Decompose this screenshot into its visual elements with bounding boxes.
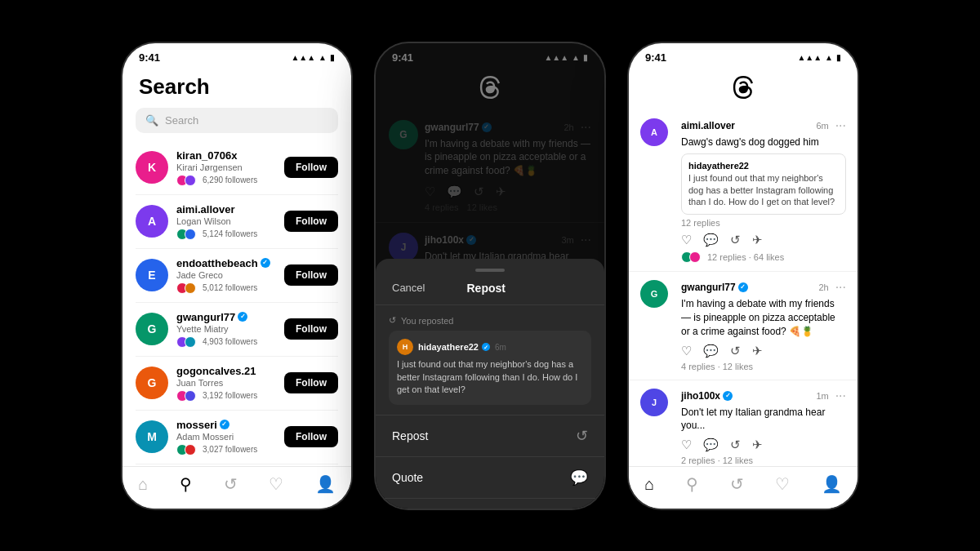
home-nav-icon[interactable]: ⌂ <box>644 475 654 494</box>
post-meta: jiho100x ✓ 1m ··· Don't let my Italian g… <box>681 389 846 466</box>
post-actions: ♡ 💬 ↺ ✈ <box>681 233 846 247</box>
share-icon[interactable]: ✈ <box>752 438 763 452</box>
post-stats: 2 replies · 12 likes <box>681 455 846 465</box>
followers-count: 6,290 followers <box>203 176 257 184</box>
username: aimi.allover <box>176 203 284 216</box>
status-icons-1: ▲▲▲ ▲ ▮ <box>291 53 335 62</box>
wifi-icon: ▲ <box>825 53 833 62</box>
post-meta: aimi.allover 6m ··· Dawg's dawg's dog do… <box>681 118 846 264</box>
user-item[interactable]: M mosseri ✓ Adam Mosseri 3,027 followers… <box>136 411 338 464</box>
stats-text: 12 replies · 64 likes <box>707 252 784 262</box>
followers-count: 3,027 followers <box>203 445 257 454</box>
post-username: jiho100x ✓ <box>681 390 733 402</box>
more-icon[interactable]: ··· <box>835 280 846 295</box>
share-icon[interactable]: ✈ <box>752 233 763 247</box>
repost-preview: ↺ You reposted H hidayathere22 ✓ 6m I ju… <box>376 305 604 415</box>
follow-button[interactable]: Follow <box>284 372 338 393</box>
repost-label: ↺ You reposted <box>389 315 591 326</box>
more-icon[interactable]: ··· <box>835 118 846 133</box>
home-nav-icon[interactable]: ⌂ <box>138 475 148 494</box>
user-meta: 5,012 followers <box>176 282 284 294</box>
reply-icon[interactable]: 💬 <box>703 233 719 247</box>
follow-button[interactable]: Follow <box>284 157 338 178</box>
search-box[interactable]: 🔍 Search <box>136 108 338 133</box>
user-item[interactable]: A aimi.allover Logan Wilson 5,124 follow… <box>136 195 338 249</box>
repost-icon[interactable]: ↺ <box>730 344 741 358</box>
post-username: gwangurl77 ✓ <box>681 282 748 293</box>
post-username: aimi.allover <box>681 120 735 131</box>
post-stats: 4 replies · 12 likes <box>681 362 846 371</box>
reply-icon[interactable]: 💬 <box>703 344 719 358</box>
cancel-button[interactable]: Cancel <box>392 282 425 295</box>
like-icon[interactable]: ♡ <box>681 344 692 358</box>
repost-time: 6m <box>495 343 506 352</box>
post-stats: 12 replies · 64 likes <box>681 251 846 263</box>
phone-threads-light: 9:41 ▲▲▲ ▲ ▮ A aimi.allover 6m <box>629 43 858 509</box>
follow-button[interactable]: Follow <box>284 264 338 286</box>
followers-count: 5,012 followers <box>203 283 257 292</box>
repost-icon[interactable]: ↺ <box>730 438 741 452</box>
quoted-post: hidayathere22 I just found out that my n… <box>681 153 846 215</box>
user-item[interactable]: G gwangurl77 ✓ Yvette Miatry 4,903 follo… <box>136 303 338 357</box>
wifi-icon: ▲ <box>318 53 327 62</box>
phone-search: 9:41 ▲▲▲ ▲ ▮ Search 🔍 Search K kiran_070… <box>122 43 351 509</box>
user-item[interactable]: G gogoncalves.21 Juan Torres 3,192 follo… <box>136 357 338 411</box>
profile-nav-icon[interactable]: 👤 <box>315 474 336 494</box>
repost-avatar: H <box>397 339 413 355</box>
repost-content: I just found out that my neighbor's dog … <box>397 358 583 396</box>
repost-icon[interactable]: ↺ <box>730 233 741 247</box>
quoted-username: hidayathere22 <box>688 161 839 171</box>
user-handle: Juan Torres <box>176 378 284 388</box>
follow-button[interactable]: Follow <box>284 211 338 232</box>
search-nav-icon[interactable]: ⚲ <box>180 474 192 494</box>
activity-nav-icon[interactable]: ↺ <box>224 474 238 494</box>
signal-icon: ▲▲▲ <box>797 53 822 62</box>
post-time: 2h <box>818 282 828 292</box>
user-handle: Jade Greco <box>176 270 284 280</box>
user-meta: 3,192 followers <box>176 390 284 402</box>
verified-badge: ✓ <box>723 391 733 401</box>
thread-feed-light: A aimi.allover 6m ··· Dawg's dawg's dog … <box>629 110 858 482</box>
bottom-sheet: Cancel Repost ↺ You reposted H hidayathe… <box>376 259 604 508</box>
share-icon[interactable]: ✈ <box>752 344 763 358</box>
follow-button[interactable]: Follow <box>284 426 338 447</box>
verified-badge: ✓ <box>238 312 247 322</box>
quote-action[interactable]: Quote 💬 <box>376 457 604 499</box>
bottom-nav: ⌂ ⚲ ↺ ♡ 👤 <box>122 466 351 509</box>
user-item[interactable]: K kiran_0706x Kirari Jørgensen 6,290 fol… <box>136 141 338 195</box>
thread-post[interactable]: G gwangurl77 ✓ 2h ··· I'm having a debat… <box>629 272 858 380</box>
verified-badge: ✓ <box>261 258 270 268</box>
user-item[interactable]: E endoatthebeach ✓ Jade Greco 5,012 foll… <box>136 249 338 303</box>
thread-post[interactable]: J jiho100x ✓ 1m ··· Don't let my Italian… <box>629 380 858 475</box>
avatar: E <box>136 259 168 291</box>
profile-nav-icon[interactable]: 👤 <box>822 474 842 494</box>
post-actions: ♡ 💬 ↺ ✈ <box>681 438 846 452</box>
user-meta: 4,903 followers <box>176 336 284 348</box>
user-info: gogoncalves.21 Juan Torres 3,192 followe… <box>176 365 284 402</box>
status-time-1: 9:41 <box>139 51 160 64</box>
user-list: K kiran_0706x Kirari Jørgensen 6,290 fol… <box>122 141 351 509</box>
post-meta: gwangurl77 ✓ 2h ··· I'm having a debate … <box>681 280 846 371</box>
likes-nav-icon[interactable]: ♡ <box>775 474 790 494</box>
search-nav-icon[interactable]: ⚲ <box>686 474 698 494</box>
sheet-title: Repost <box>467 282 506 295</box>
repost-check-icon: ↺ <box>389 315 396 326</box>
like-icon[interactable]: ♡ <box>681 438 692 452</box>
more-icon[interactable]: ··· <box>835 389 846 403</box>
likes-nav-icon[interactable]: ♡ <box>269 474 283 494</box>
sheet-top-row: Cancel Repost <box>376 282 604 305</box>
user-handle: Yvette Miatry <box>176 324 284 334</box>
repost-preview-card: H hidayathere22 ✓ 6m I just found out th… <box>389 331 591 404</box>
status-bar-1: 9:41 ▲▲▲ ▲ ▮ <box>122 43 351 68</box>
repost-action[interactable]: Repost ↺ <box>376 415 604 457</box>
followers-count: 5,124 followers <box>203 229 257 238</box>
username: endoatthebeach ✓ <box>176 257 284 269</box>
phone-threads-dark: 9:41 ▲▲▲ ▲ ▮ G gwangurl77 ✓ 2h <box>376 43 604 509</box>
activity-nav-icon[interactable]: ↺ <box>730 474 744 494</box>
like-icon[interactable]: ♡ <box>681 233 692 247</box>
verified-badge: ✓ <box>738 282 748 292</box>
follow-button[interactable]: Follow <box>284 318 338 340</box>
status-icons-3: ▲▲▲ ▲ ▮ <box>797 53 841 62</box>
reply-icon[interactable]: 💬 <box>703 438 719 452</box>
thread-post[interactable]: A aimi.allover 6m ··· Dawg's dawg's dog … <box>629 110 858 273</box>
